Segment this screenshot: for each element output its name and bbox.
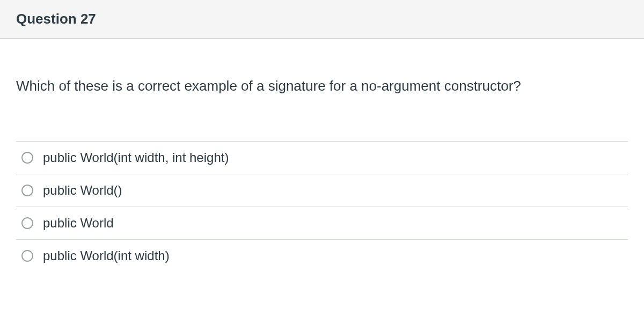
option-row[interactable]: public World bbox=[16, 207, 628, 240]
option-row[interactable]: public World(int width, int height) bbox=[16, 142, 628, 174]
option-label: public World() bbox=[43, 183, 122, 198]
question-body: Which of these is a correct example of a… bbox=[0, 39, 644, 272]
option-label: public World(int width) bbox=[43, 248, 170, 263]
question-text: Which of these is a correct example of a… bbox=[16, 76, 628, 95]
option-label: public World(int width, int height) bbox=[43, 150, 229, 165]
radio-icon[interactable] bbox=[21, 152, 33, 164]
radio-icon[interactable] bbox=[21, 250, 33, 262]
question-header: Question 27 bbox=[0, 0, 644, 39]
option-row[interactable]: public World(int width) bbox=[16, 240, 628, 272]
question-title: Question 27 bbox=[16, 11, 628, 27]
option-row[interactable]: public World() bbox=[16, 174, 628, 207]
radio-icon[interactable] bbox=[21, 185, 33, 196]
options-list: public World(int width, int height) publ… bbox=[16, 141, 628, 272]
option-label: public World bbox=[43, 216, 114, 231]
radio-icon[interactable] bbox=[21, 217, 33, 229]
